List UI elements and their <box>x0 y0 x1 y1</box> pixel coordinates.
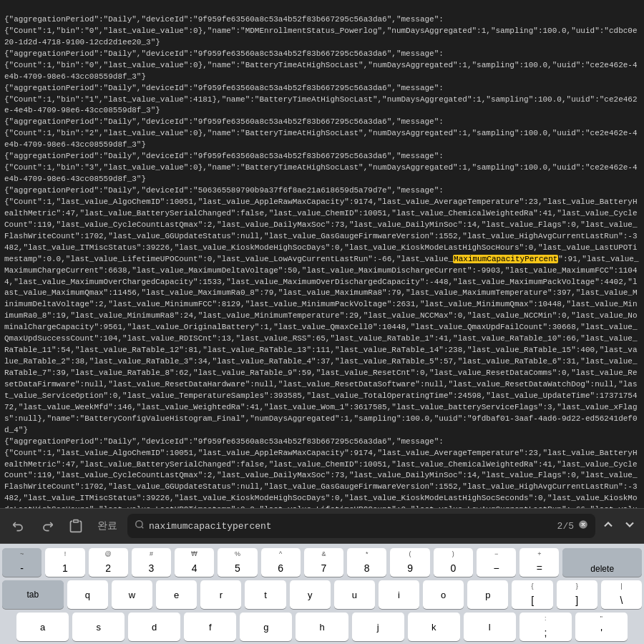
key-8[interactable]: *8 <box>347 548 386 577</box>
key-bracket-right[interactable]: }] <box>557 580 597 609</box>
done-button[interactable]: 완료 <box>93 517 122 535</box>
key-i[interactable]: i <box>379 580 419 609</box>
key-h[interactable]: h <box>296 613 348 641</box>
key-6[interactable]: ^6 <box>261 548 301 577</box>
key-a[interactable]: a <box>16 613 69 641</box>
key-plus[interactable]: += <box>519 548 559 577</box>
key-p[interactable]: p <box>467 580 508 609</box>
redo-button[interactable] <box>36 516 59 536</box>
key-1[interactable]: !1 <box>45 548 84 577</box>
key-4[interactable]: ₩4 <box>175 548 214 577</box>
key-tab[interactable]: tab <box>2 580 64 609</box>
key-2[interactable]: @2 <box>89 548 128 577</box>
key-3[interactable]: #3 <box>132 548 171 577</box>
key-g[interactable]: g <box>240 613 292 641</box>
key-minus[interactable]: −− <box>477 548 516 577</box>
search-clear-button[interactable] <box>578 519 588 532</box>
key-w[interactable]: w <box>112 580 152 609</box>
key-t[interactable]: t <box>245 580 286 609</box>
key-0[interactable]: )0 <box>434 548 473 577</box>
search-prev-button[interactable] <box>601 517 615 535</box>
key-quote[interactable]: "' <box>575 613 628 641</box>
key-e[interactable]: e <box>156 580 197 609</box>
key-o[interactable]: o <box>423 580 464 609</box>
content-area: {"aggregationPeriod":"Daily","deviceId":… <box>0 0 644 508</box>
key-bracket-left[interactable]: {[ <box>512 580 552 609</box>
search-navigation <box>601 517 637 535</box>
key-delete[interactable]: delete <box>562 548 642 577</box>
undo-button[interactable] <box>7 516 30 536</box>
search-count: 2/5 <box>557 521 574 532</box>
key-q[interactable]: q <box>67 580 108 609</box>
search-input-display[interactable]: naximumcapacitypercent <box>149 521 553 532</box>
keyboard-row-1: ~- !1 @2 #3 ₩4 %5 ^6 &7 *8 (9 )0 −− += d… <box>2 548 642 577</box>
key-7[interactable]: &7 <box>304 548 343 577</box>
search-next-button[interactable] <box>623 517 637 535</box>
keyboard: ~- !1 @2 #3 ₩4 %5 ^6 &7 *8 (9 )0 −− += d… <box>0 544 644 644</box>
keyboard-row-2: tab q w e r t y u i o p {[ }] |\ <box>2 580 642 609</box>
key-9[interactable]: (9 <box>390 548 429 577</box>
toolbar: 완료 naximumcapacitypercent 2/5 <box>0 508 644 544</box>
key-5[interactable]: %5 <box>218 548 257 577</box>
key-u[interactable]: u <box>334 580 375 609</box>
key-tilde[interactable]: ~- <box>2 548 42 577</box>
key-r[interactable]: r <box>200 580 241 609</box>
highlight-1: MaximumCapacityPercent <box>453 255 558 263</box>
search-bar: naximumcapacitypercent 2/5 <box>127 514 595 538</box>
key-d[interactable]: d <box>128 613 180 641</box>
paste-button[interactable] <box>64 516 87 536</box>
content-text: {"aggregationPeriod":"Daily","deviceId":… <box>4 15 639 508</box>
key-l[interactable]: l <box>464 613 516 641</box>
key-semicolon[interactable]: :; <box>519 613 572 641</box>
key-f[interactable]: f <box>184 613 236 641</box>
key-j[interactable]: j <box>352 613 404 641</box>
key-pipe[interactable]: |\ <box>601 580 642 609</box>
key-s[interactable]: s <box>72 613 125 641</box>
search-icon <box>135 519 145 532</box>
key-y[interactable]: y <box>290 580 331 609</box>
key-k[interactable]: k <box>408 613 460 641</box>
svg-rect-0 <box>74 520 79 522</box>
keyboard-row-3: a s d f g h j k l :; "' <box>2 613 642 641</box>
svg-point-1 <box>136 521 142 527</box>
